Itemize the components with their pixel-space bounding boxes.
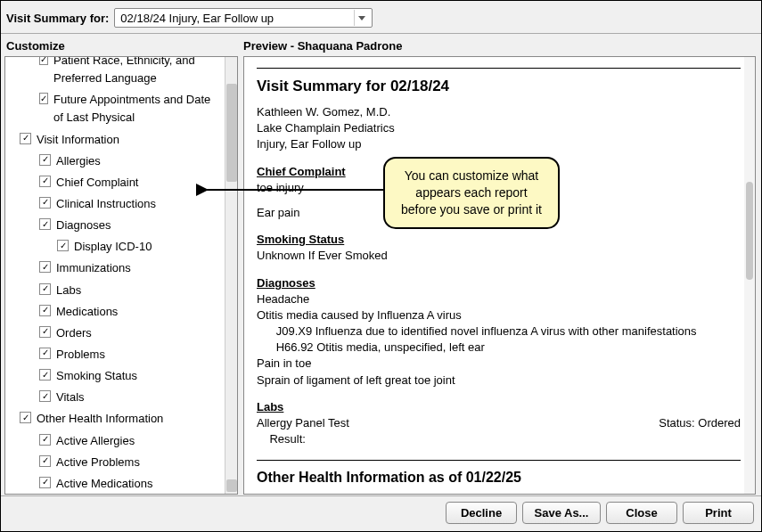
checkbox-label: Orders — [56, 324, 92, 342]
section-labs: Labs Allergy Panel Test Status: Ordered … — [257, 399, 741, 448]
checkbox[interactable]: ✓ — [39, 305, 51, 316]
scrollbar-thumb[interactable] — [226, 84, 237, 182]
checkbox[interactable]: ✓ — [39, 154, 51, 166]
visit-summary-label: Visit Summary for: — [6, 12, 109, 25]
checkbox[interactable]: ✓ — [39, 369, 51, 381]
checkbox-row[interactable]: ✓Immunizations — [11, 258, 223, 279]
scrollbar-down[interactable] — [226, 479, 237, 492]
decline-button[interactable]: Decline — [446, 502, 517, 524]
preview-scrollbar[interactable] — [744, 57, 755, 494]
checkbox[interactable]: ✓ — [20, 412, 31, 423]
checkbox[interactable]: ✓ — [39, 176, 51, 187]
customize-title: Customize — [4, 37, 238, 56]
checkbox-label: Patient Race, Ethnicity, and Preferred L… — [53, 56, 223, 87]
scrollbar-thumb[interactable] — [746, 182, 753, 280]
chief-complaint-heading: Chief Complaint — [257, 164, 741, 180]
divider — [257, 68, 741, 69]
divider — [257, 460, 741, 461]
checkbox[interactable]: ✓ — [39, 93, 48, 104]
customize-tree-wrap: ✓Patient Race, Ethnicity, and Preferred … — [4, 56, 238, 495]
checkbox[interactable]: ✓ — [39, 390, 51, 402]
dx-item: Headache — [257, 291, 741, 307]
checkbox-label: Problems — [56, 346, 105, 364]
other-info-heading: Other Health Information as of 01/22/25 — [257, 470, 741, 486]
checkbox-row[interactable]: ✓Chief Complaint — [11, 172, 223, 193]
checkbox-row[interactable]: ✓Orders — [11, 323, 223, 344]
dx-code: J09.X9 Influenza due to identified novel… — [257, 323, 741, 340]
topbar: Visit Summary for: 02/18/24 Injury, Ear … — [1, 1, 761, 34]
checkbox[interactable]: ✓ — [39, 261, 51, 273]
checkbox-row[interactable]: ✓Vitals — [11, 387, 223, 408]
checkbox-label: Active Medications — [56, 475, 152, 493]
smoking-value: Unknown If Ever Smoked — [257, 248, 741, 264]
save-as-button[interactable]: Save As... — [522, 502, 601, 524]
checkbox[interactable]: ✓ — [57, 240, 69, 251]
checkbox-row[interactable]: ✓Visit Information — [11, 129, 223, 151]
visit-reason: Injury, Ear Follow up — [257, 136, 741, 152]
checkbox[interactable]: ✓ — [39, 348, 51, 359]
footer-buttons: Decline Save As... Close Print — [1, 495, 761, 529]
customize-pane: Customize ✓Patient Race, Ethnicity, and … — [1, 34, 238, 495]
checkbox-row[interactable]: ✓Patient Race, Ethnicity, and Preferred … — [11, 56, 223, 89]
checkbox[interactable]: ✓ — [39, 326, 51, 338]
checkbox-label: Visit Information — [37, 131, 119, 149]
checkbox-label: Smoking Status — [56, 367, 137, 385]
dx-code: H66.92 Otitis media, unspecified, left e… — [257, 340, 741, 356]
doc-heading: Visit Summary for 02/18/24 — [257, 78, 741, 95]
checkbox-label: Future Appointments and Date of Last Phy… — [53, 91, 223, 127]
lab-name: Allergy Panel Test — [257, 415, 349, 431]
chevron-down-icon — [354, 10, 368, 26]
checkbox-row[interactable]: ✓Medications — [11, 301, 223, 323]
checkbox-label: Vitals — [56, 389, 85, 406]
visit-select[interactable]: 02/18/24 Injury, Ear Follow up — [114, 8, 373, 28]
checkbox-row[interactable]: ✓Display ICD-10 — [11, 236, 223, 258]
checkbox[interactable]: ✓ — [20, 133, 31, 144]
checkbox[interactable]: ✓ — [39, 283, 51, 295]
checkbox[interactable]: ✓ — [39, 218, 51, 230]
checkbox[interactable]: ✓ — [39, 197, 51, 209]
checkbox-row[interactable]: ✓Active Problems — [11, 452, 223, 473]
checkbox-row[interactable]: ✓Clinical Instructions — [11, 193, 223, 215]
labs-heading: Labs — [257, 399, 741, 415]
checkbox-row[interactable]: ✓Smoking Status — [11, 365, 223, 387]
smoking-heading: Smoking Status — [257, 232, 741, 248]
dx-item: Otitis media caused by Influenza A virus — [257, 307, 741, 323]
section-smoking: Smoking Status Unknown If Ever Smoked — [257, 232, 741, 264]
checkbox-row[interactable]: ✓Allergies — [11, 151, 223, 172]
main-panes: Customize ✓Patient Race, Ethnicity, and … — [1, 34, 761, 495]
checkbox-row[interactable]: ✓Labs — [11, 280, 223, 301]
customize-tree: ✓Patient Race, Ethnicity, and Preferred … — [5, 57, 237, 495]
lab-result: Result: — [257, 431, 741, 447]
checkbox-label: Other Health Information — [37, 410, 163, 428]
checkbox-label: Immunizations — [56, 259, 131, 277]
preview-title: Preview - Shaquana Padrone — [243, 37, 756, 56]
checkbox-label: Medications — [56, 303, 118, 321]
visit-select-value: 02/18/24 Injury, Ear Follow up — [120, 12, 274, 25]
provider-name: Kathleen W. Gomez, M.D. — [257, 104, 741, 120]
checkbox-label: Labs — [56, 282, 81, 299]
print-button[interactable]: Print — [683, 502, 754, 524]
section-chief-complaint: Chief Complaint toe injury Ear pain — [257, 164, 741, 222]
checkbox-label: Allergies — [56, 152, 101, 170]
checkbox-row[interactable]: ✓Diagnoses — [11, 215, 223, 236]
checkbox-row[interactable]: ✓Future Appointments and Date of Last Ph… — [11, 89, 223, 128]
chief-complaint-item: Ear pain — [257, 205, 741, 221]
close-button[interactable]: Close — [606, 502, 677, 524]
checkbox[interactable]: ✓ — [39, 434, 51, 446]
checkbox[interactable]: ✓ — [39, 56, 48, 65]
checkbox-label: Clinical Instructions — [56, 195, 156, 213]
checkbox-row[interactable]: ✓Active Medications — [11, 473, 223, 495]
checkbox-label: Chief Complaint — [56, 174, 139, 192]
lab-status: Status: Ordered — [659, 415, 741, 431]
checkbox[interactable]: ✓ — [39, 477, 51, 488]
checkbox-row[interactable]: ✓Problems — [11, 344, 223, 365]
checkbox-label: Diagnoses — [56, 217, 111, 234]
customize-scrollbar[interactable] — [225, 57, 237, 494]
dx-item: Pain in toe — [257, 356, 741, 372]
checkbox-label: Active Allergies — [56, 432, 135, 450]
checkbox-row[interactable]: ✓Active Allergies — [11, 430, 223, 452]
dx-item: Sprain of ligament of left great toe joi… — [257, 372, 741, 389]
checkbox[interactable]: ✓ — [39, 455, 51, 467]
checkbox-row[interactable]: ✓Other Health Information — [11, 408, 223, 430]
preview-document: Visit Summary for 02/18/24 Kathleen W. G… — [244, 57, 755, 493]
